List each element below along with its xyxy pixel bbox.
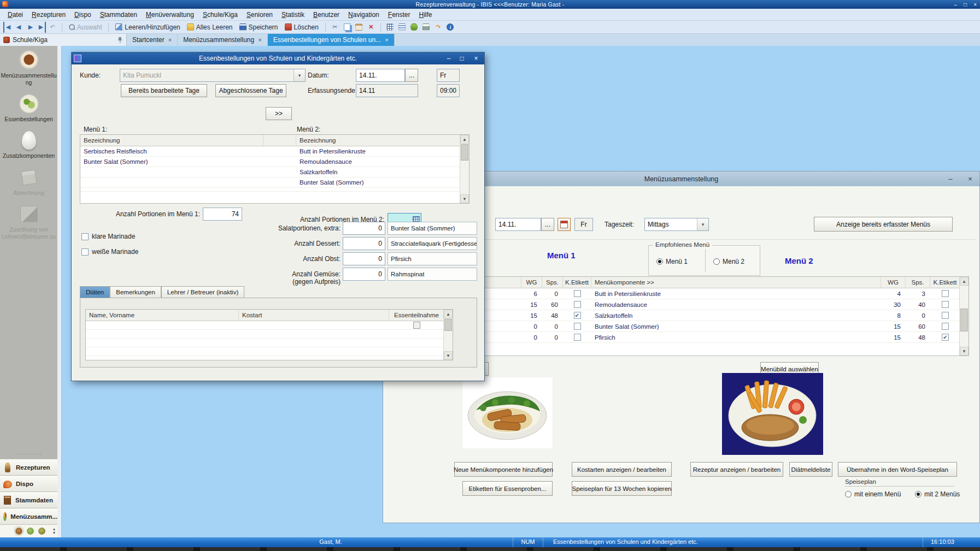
- uebernahme-word-speiseplan-button[interactable]: Übernahme in den Word-Speiseplan: [838, 462, 957, 477]
- list-icon[interactable]: [397, 22, 408, 33]
- close-icon[interactable]: ×: [973, 2, 977, 8]
- k-etikett-checkbox[interactable]: [574, 312, 581, 319]
- loeschen-button[interactable]: Löschen: [282, 23, 321, 31]
- vertical-scrollbar[interactable]: ▲ ▼: [460, 135, 469, 203]
- kostarten-anzeigen-button[interactable]: Kostarten anzeigen / bearbeiten: [572, 462, 672, 477]
- k-etikett-checkbox[interactable]: [942, 290, 949, 297]
- table-row[interactable]: Serbisches Reisfleisch Butt in Petersili…: [80, 146, 461, 157]
- extra-text-field[interactable]: Bunter Salat (Sommer): [388, 222, 477, 235]
- table-row[interactable]: [86, 321, 444, 330]
- sidebar-item[interactable]: Zusatzkomponenten: [1, 131, 57, 159]
- menu-item[interactable]: Hilfe: [414, 10, 436, 20]
- neue-menukomponente-button[interactable]: Neue Menükomponente hinzufügen: [454, 462, 553, 477]
- dialog-close-icon[interactable]: ×: [469, 52, 483, 64]
- extra-text-field[interactable]: Stracciatellaquark (Fertigdessert): [388, 237, 477, 250]
- sidebar-item[interactable]: Menüzusammenstellung: [1, 50, 57, 86]
- speichern-button[interactable]: Speichern: [237, 23, 281, 31]
- weisse-marinade-checkbox[interactable]: weiße Marinade: [81, 248, 138, 256]
- undo-icon[interactable]: ↶: [47, 22, 58, 33]
- menu-item[interactable]: Navigation: [344, 10, 384, 20]
- tab-close-icon[interactable]: ×: [168, 37, 172, 43]
- dialog-tab[interactable]: Diäten: [80, 286, 110, 298]
- vertical-scrollbar[interactable]: ▲ ▼: [959, 277, 969, 356]
- dialog-tab[interactable]: Bemerkungen: [110, 286, 161, 298]
- window-close-icon[interactable]: ×: [963, 171, 977, 186]
- menu-item[interactable]: Statistik: [277, 10, 309, 20]
- outlook-button[interactable]: Dispo: [0, 475, 57, 491]
- document-tab[interactable]: Menüzusammenstellung ×: [178, 34, 268, 46]
- menu-item[interactable]: Schule/Kiga: [198, 10, 242, 20]
- leeren-hinzufuegen-button[interactable]: Leeren/Hinzufügen: [113, 23, 183, 31]
- stammdaten-mini-icon[interactable]: [38, 528, 45, 535]
- dialog-titlebar[interactable]: Essenbestellungen von Schulen und Kinder…: [72, 52, 484, 64]
- panel-splitter[interactable]: [57, 46, 62, 537]
- tageszeit-select[interactable]: Mittags ▾: [644, 218, 709, 231]
- extra-count-input[interactable]: 0: [343, 237, 385, 250]
- extra-count-input[interactable]: 0: [343, 252, 385, 265]
- table-row[interactable]: [86, 347, 444, 356]
- sidebar-item[interactable]: Essenbestellungen: [1, 94, 57, 123]
- etiketten-essenproben-button[interactable]: Etiketten für Essenproben...: [462, 481, 553, 496]
- cut-icon[interactable]: ✂: [330, 22, 341, 33]
- menu-item[interactable]: Senioren: [242, 10, 277, 20]
- table-row[interactable]: Salzkartoffeln: [80, 167, 461, 177]
- nav-last-icon[interactable]: ▶: [37, 22, 46, 33]
- menu-item[interactable]: Rezepturen: [27, 10, 70, 20]
- datum-input[interactable]: 14.11.: [495, 218, 541, 231]
- tab-close-icon[interactable]: ×: [258, 37, 261, 43]
- panel-header-schule-kiga[interactable]: Schule/Kiga: [0, 34, 127, 46]
- transfer-button[interactable]: >>: [266, 107, 292, 120]
- k-etikett-checkbox[interactable]: [574, 323, 581, 330]
- minimize-icon[interactable]: –: [954, 2, 958, 8]
- menu-item[interactable]: Dispo: [70, 10, 96, 20]
- menu-item[interactable]: Benutzer: [309, 10, 344, 20]
- scroll-up-icon[interactable]: ▲: [460, 135, 469, 144]
- nav-prev-icon[interactable]: ◀: [13, 22, 24, 33]
- essenteilnahme-checkbox[interactable]: [413, 322, 420, 329]
- copy-icon[interactable]: [342, 22, 353, 33]
- alles-leeren-button[interactable]: Alles Leeren: [184, 23, 236, 31]
- document-tab[interactable]: Essenbestellungen von Schulen un... ×: [268, 34, 395, 46]
- extra-text-field[interactable]: Pfirsich: [388, 252, 477, 265]
- sidebar-splitter[interactable]: ··········: [0, 451, 57, 457]
- speiseplan-ein-menu-radio[interactable]: mit einem Menü: [845, 490, 901, 498]
- portionen-menu1-input[interactable]: 74: [203, 208, 242, 221]
- sidebar-item[interactable]: Zuordnung von Lehrern/Betreuern zu: [1, 204, 57, 240]
- speiseplan-zwei-menus-radio[interactable]: mit 2 Menüs: [915, 490, 960, 498]
- dialog-minimize-icon[interactable]: –: [442, 52, 456, 64]
- k-etikett-checkbox[interactable]: [942, 312, 949, 319]
- database-icon[interactable]: [409, 22, 420, 33]
- diaetmeldeliste-button[interactable]: Diätmeldeliste: [789, 462, 832, 477]
- document-tab[interactable]: Startcenter ×: [127, 34, 178, 46]
- rezepturen-mini-icon[interactable]: [15, 528, 22, 535]
- overview-icon[interactable]: [385, 22, 396, 33]
- scrollbar-thumb[interactable]: [960, 309, 968, 331]
- extra-text-field[interactable]: Rahmspinat: [388, 268, 477, 281]
- klare-marinade-checkbox[interactable]: klare Marinade: [81, 233, 135, 240]
- print-icon[interactable]: [421, 22, 432, 33]
- scroll-down-icon[interactable]: ▼: [444, 351, 453, 360]
- k-etikett-checkbox[interactable]: [942, 323, 949, 330]
- menu-item[interactable]: Datei: [3, 10, 27, 20]
- more-buttons-icon[interactable]: ▴▾: [53, 528, 55, 535]
- empfohlen-menu2-radio[interactable]: Menü 2: [713, 258, 744, 265]
- table-row[interactable]: Bunter Salat (Sommer): [80, 177, 461, 188]
- paste-icon[interactable]: [354, 22, 365, 33]
- dispo-mini-icon[interactable]: [27, 528, 34, 535]
- datum-browse-button[interactable]: ...: [541, 218, 554, 231]
- nav-next-icon[interactable]: ▶: [25, 22, 36, 33]
- menu-item[interactable]: Stammdaten: [96, 10, 142, 20]
- taskbar-sliver[interactable]: [0, 547, 980, 551]
- scrollbar-thumb[interactable]: [444, 319, 452, 331]
- chevron-down-icon[interactable]: ▾: [294, 69, 305, 81]
- scroll-down-icon[interactable]: ▼: [960, 347, 969, 356]
- scrollbar-thumb[interactable]: [461, 144, 468, 161]
- table-row[interactable]: [86, 339, 444, 347]
- rezeptur-anzeigen-button[interactable]: Rezeptur anzeigen / bearbeiten: [690, 462, 783, 477]
- extra-count-input[interactable]: 0: [343, 268, 385, 281]
- nav-first-icon[interactable]: ◀: [3, 22, 12, 33]
- scroll-up-icon[interactable]: ▲: [960, 277, 969, 286]
- table-row[interactable]: [80, 188, 461, 192]
- redo-icon[interactable]: ↷: [433, 22, 444, 33]
- k-etikett-checkbox[interactable]: [574, 290, 581, 297]
